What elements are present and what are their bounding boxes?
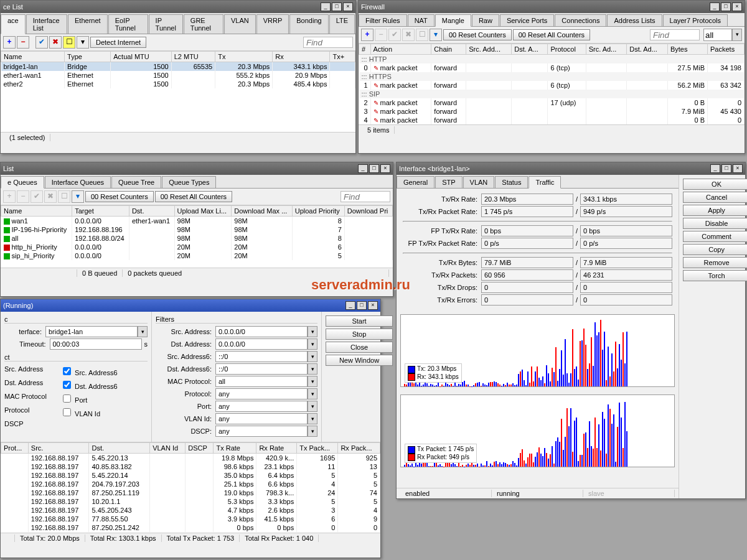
reset-all-counters-button[interactable]: 00 Reset All Counters <box>155 191 232 202</box>
table-row[interactable]: sip_hi_Priority0.0.0.0/020M20M5 <box>1 251 393 260</box>
tab-vrrp[interactable]: VRRP <box>256 14 289 34</box>
disable-button[interactable]: ✖ <box>44 190 57 203</box>
torch-button[interactable]: Torch <box>683 270 747 281</box>
queue-table[interactable]: NameTargetDst.Upload Max Li...Download M… <box>1 205 393 260</box>
filter-input[interactable] <box>215 338 308 350</box>
tab-vlan[interactable]: VLAN <box>463 176 495 188</box>
col-header[interactable]: Rx <box>273 52 330 62</box>
col-header[interactable]: Protocol <box>548 44 586 55</box>
col-header[interactable]: Actual MTU <box>111 52 171 62</box>
table-row[interactable]: bridge1-lanBridge15006553520.3 Mbps343.1… <box>1 62 355 72</box>
add-button[interactable]: + <box>361 29 374 41</box>
cancel-button[interactable]: Cancel <box>683 192 747 203</box>
filter-button[interactable]: ▾ <box>77 36 89 49</box>
enable-button[interactable]: ✔ <box>388 29 401 41</box>
maximize-icon[interactable]: □ <box>357 301 367 310</box>
copy-button[interactable]: Copy <box>683 244 747 255</box>
table-row[interactable]: ether2Ethernet150020.3 Mbps485.4 kbps <box>1 80 355 88</box>
chevron-down-icon[interactable]: ▾ <box>308 413 317 424</box>
table-row[interactable]: 192.168.88.197204.79.197.20325.1 kbps6.6… <box>1 480 380 488</box>
detect-internet-button[interactable]: Detect Internet <box>90 37 146 48</box>
tab-address-lists[interactable]: Address Lists <box>607 14 662 26</box>
comment-button[interactable]: ☐ <box>63 36 75 49</box>
table-row[interactable]: 4✎ mark packetforward0 B0 <box>359 116 745 124</box>
reset-counters-button[interactable]: 00 Reset Counters <box>443 29 512 40</box>
table-row[interactable]: 192.168.88.19740.85.83.18298.6 kbps23.1 … <box>1 462 380 471</box>
mangle-table[interactable]: #ActionChainSrc. Add...Dst. A...Protocol… <box>359 44 745 124</box>
maximize-icon[interactable]: □ <box>369 164 379 173</box>
tab-interface-queues[interactable]: Interface Queues <box>45 176 111 188</box>
comment-button[interactable]: Comment <box>683 231 747 242</box>
table-row[interactable]: 192.168.88.1975.45.205.2434.7 kbps2.6 kb… <box>1 506 380 515</box>
titlebar[interactable]: Interface <bridge1-lan>_□× <box>397 162 745 175</box>
tab-traffic[interactable]: Traffic <box>529 176 561 189</box>
col-header[interactable]: Src. Add... <box>466 44 512 55</box>
tab-general[interactable]: General <box>397 176 435 188</box>
tab-queue-tree[interactable]: Queue Tree <box>111 176 161 188</box>
reset-counters-button[interactable]: 00 Reset Counters <box>85 191 154 202</box>
col-header[interactable]: Tx <box>215 52 273 62</box>
interface-select[interactable] <box>45 326 138 337</box>
col-header[interactable]: Rx Rate <box>256 443 297 454</box>
col-header[interactable]: Src. Ad... <box>586 44 627 55</box>
col-header[interactable]: Upload Priority <box>292 206 344 217</box>
reset-all-counters-button[interactable]: 00 Reset All Counters <box>513 29 590 40</box>
tab-service-ports[interactable]: Service Ports <box>500 14 554 26</box>
chevron-down-icon[interactable]: ▾ <box>308 351 317 362</box>
tab-ethernet[interactable]: Ethernet <box>68 14 108 34</box>
find-input[interactable] <box>303 37 353 48</box>
tab-filter-rules[interactable]: Filter Rules <box>359 14 407 26</box>
chevron-down-icon[interactable]: ▾ <box>732 29 742 41</box>
chevron-down-icon[interactable]: ▾ <box>308 388 317 399</box>
close-icon[interactable]: × <box>733 164 743 173</box>
tab-connections[interactable]: Connections <box>555 14 606 26</box>
remove-button[interactable]: − <box>17 190 29 203</box>
chevron-down-icon[interactable]: ▾ <box>138 326 148 337</box>
col-header[interactable]: Dst. <box>129 206 174 217</box>
interface-table[interactable]: NameTypeActual MTUL2 MTUTxRxTx+bridge1-l… <box>1 51 355 88</box>
torch-table[interactable]: Prot...Src.Dst.VLAN IdDSCPTx RateRx Rate… <box>1 442 380 532</box>
col-header[interactable]: Chain <box>431 44 466 55</box>
close-icon[interactable]: × <box>368 301 378 310</box>
checkbox-1[interactable]: Dst. Address6 <box>60 379 118 391</box>
remove-button[interactable]: − <box>17 36 29 49</box>
filter-input[interactable] <box>215 363 308 375</box>
col-header[interactable]: Bytes <box>667 44 707 55</box>
maximize-icon[interactable]: □ <box>721 164 731 173</box>
titlebar[interactable]: ce List_□× <box>1 1 355 13</box>
table-row[interactable]: wan10.0.0.0/0ether1-wan198M98M8 <box>1 217 393 226</box>
table-row[interactable]: 192.168.88.19777.88.55.503.9 kbps41.5 kb… <box>1 515 380 523</box>
find-input[interactable] <box>650 29 700 40</box>
table-row[interactable]: 192.168.88.1975.45.220.1319.8 Mbps420.9 … <box>1 454 380 463</box>
new-window-button[interactable]: New Window <box>326 355 393 366</box>
table-row[interactable]: 192.168.88.19787.250.251.2420 bps0 bps00 <box>1 523 380 532</box>
start-button[interactable]: Start <box>326 315 393 327</box>
close-icon[interactable]: × <box>732 2 742 11</box>
col-header[interactable]: Tx+ <box>330 52 355 62</box>
col-header[interactable]: Tx Pack... <box>297 443 338 454</box>
tab-lte[interactable]: LTE <box>329 14 355 34</box>
add-button[interactable]: + <box>3 190 16 203</box>
tab-mangle[interactable]: Mangle <box>435 14 471 27</box>
disable-button[interactable]: ✖ <box>49 36 62 49</box>
tab-layer7-protocols[interactable]: Layer7 Protocols <box>663 14 728 26</box>
minimize-icon[interactable]: _ <box>710 164 720 173</box>
col-header[interactable]: # <box>359 44 371 55</box>
enable-button[interactable]: ✔ <box>35 36 48 49</box>
col-header[interactable]: Dst. <box>89 443 150 454</box>
filter-button[interactable]: ▾ <box>72 190 84 203</box>
minimize-icon[interactable]: _ <box>358 164 368 173</box>
close-button[interactable]: Close <box>326 342 393 353</box>
tab-nat[interactable]: NAT <box>408 14 435 26</box>
col-header[interactable]: Src. <box>28 443 89 454</box>
chevron-down-icon[interactable]: ▾ <box>308 326 317 337</box>
titlebar[interactable]: Firewall_□× <box>359 1 745 13</box>
tab-gre-tunnel[interactable]: GRE Tunnel <box>184 14 223 34</box>
col-header[interactable]: Upload Max Li... <box>174 206 232 217</box>
filter-input[interactable] <box>215 401 308 412</box>
filter-input[interactable] <box>215 426 308 437</box>
col-header[interactable]: Tx Rate <box>214 443 256 454</box>
col-header[interactable]: Name <box>1 206 72 217</box>
col-header[interactable]: L2 MTU <box>171 52 215 62</box>
tab-ace[interactable]: ace <box>1 14 26 34</box>
